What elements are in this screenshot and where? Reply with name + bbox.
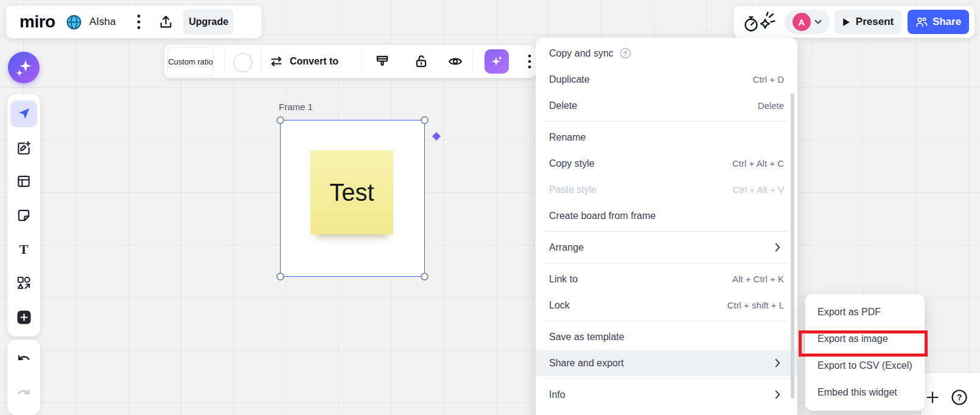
menu-item-create-board-from-frame[interactable]: Create board from frame bbox=[536, 203, 797, 229]
connector-handle[interactable] bbox=[432, 132, 441, 141]
resize-handle-sw[interactable] bbox=[276, 273, 284, 281]
submenu-item-embed-this-widget[interactable]: Embed this widget bbox=[805, 379, 925, 406]
color-swatch-button[interactable] bbox=[233, 53, 253, 72]
submenu-item-export-as-pdf[interactable]: Export as PDF bbox=[805, 299, 925, 326]
menu-item-share-and-export[interactable]: Share and export bbox=[536, 350, 797, 376]
resize-handle-nw[interactable] bbox=[276, 116, 284, 124]
ai-sparkle-button[interactable] bbox=[485, 49, 509, 74]
share-label: Share bbox=[933, 16, 961, 28]
menu-item-link-to[interactable]: Link to Alt + Ctrl + K bbox=[536, 266, 797, 292]
upgrade-button[interactable]: Upgrade bbox=[183, 9, 234, 35]
board-title[interactable]: AIsha bbox=[89, 16, 116, 28]
tool-templates[interactable] bbox=[10, 134, 37, 161]
export-board-icon[interactable] bbox=[158, 15, 173, 30]
menu-divider bbox=[544, 231, 789, 232]
menu-item-info[interactable]: Info bbox=[536, 382, 797, 408]
menu-item-arrange[interactable]: Arrange bbox=[536, 234, 797, 260]
tool-more[interactable] bbox=[10, 304, 37, 330]
menu-item-label: Arrange bbox=[549, 242, 584, 253]
menu-item-label: Copy and sync bbox=[549, 48, 614, 59]
resize-handle-se[interactable] bbox=[421, 273, 429, 281]
chevron-right-icon bbox=[775, 243, 780, 252]
sticky-note-text: Test bbox=[329, 179, 374, 206]
paint-style-icon[interactable] bbox=[374, 54, 390, 72]
hide-eye-icon[interactable] bbox=[447, 54, 463, 72]
menu-item-label: Paste style bbox=[549, 184, 597, 195]
present-label: Present bbox=[856, 16, 894, 28]
menu-item-paste-style: Paste style Ctrl + Alt + V bbox=[536, 176, 797, 203]
menu-item-rename[interactable]: Rename bbox=[536, 124, 797, 150]
convert-to-label: Convert to bbox=[290, 56, 338, 67]
svg-text:T: T bbox=[19, 242, 29, 257]
tool-select[interactable] bbox=[10, 100, 37, 127]
tool-text[interactable]: T bbox=[10, 236, 37, 263]
divider bbox=[261, 50, 261, 73]
menu-item-shortcut: Ctrl + Alt + C bbox=[732, 158, 784, 169]
toolbar-kebab-icon[interactable] bbox=[528, 54, 531, 71]
menu-item-label: Link to bbox=[549, 274, 578, 285]
submenu-item-label: Export as image bbox=[817, 333, 888, 344]
tool-sticky-note[interactable] bbox=[10, 202, 37, 229]
people-icon bbox=[915, 16, 928, 27]
undo-button[interactable] bbox=[10, 347, 37, 374]
chevron-down-icon bbox=[814, 19, 822, 24]
tool-frames[interactable] bbox=[10, 168, 37, 195]
frame-title[interactable]: Frame 1 bbox=[279, 102, 313, 112]
ai-assistant-button[interactable] bbox=[8, 52, 40, 83]
divider bbox=[472, 50, 473, 73]
menu-item-lock[interactable]: Lock Ctrl + shift + L bbox=[536, 292, 797, 318]
menu-item-duplicate[interactable]: Duplicate Ctrl + D bbox=[536, 66, 797, 92]
menu-item-label: Rename bbox=[549, 132, 586, 143]
sparkle-icon bbox=[14, 58, 33, 77]
menu-item-label: Lock bbox=[549, 300, 570, 311]
avatar: A bbox=[793, 13, 811, 31]
unlock-icon[interactable] bbox=[413, 54, 429, 72]
circled-arrow-up-icon bbox=[620, 47, 631, 59]
frame-context-menu: Copy and sync Duplicate Ctrl + D Delete … bbox=[536, 38, 797, 415]
question-mark-icon[interactable]: ? bbox=[951, 389, 968, 406]
menu-item-delete[interactable]: Delete Delete bbox=[536, 92, 797, 119]
play-icon bbox=[842, 18, 850, 27]
submenu-item-label: Export to CSV (Excel) bbox=[817, 360, 912, 371]
submenu-item-export-to-csv[interactable]: Export to CSV (Excel) bbox=[805, 352, 925, 379]
menu-item-label: Save as template bbox=[549, 332, 625, 343]
resize-handle-ne[interactable] bbox=[421, 116, 429, 124]
bottom-right-toolbar: ? bbox=[921, 373, 980, 415]
menu-item-copy-and-sync[interactable]: Copy and sync bbox=[536, 40, 797, 66]
tool-sidebar: T bbox=[7, 94, 40, 337]
svg-text:?: ? bbox=[957, 392, 962, 402]
tool-shapes[interactable] bbox=[10, 270, 37, 296]
redo-button[interactable] bbox=[10, 381, 37, 408]
menu-item-shortcut: Ctrl + D bbox=[753, 74, 784, 85]
menu-item-shortcut: Alt + Ctrl + K bbox=[732, 274, 784, 284]
menu-item-copy-style[interactable]: Copy style Ctrl + Alt + C bbox=[536, 150, 797, 176]
menu-divider bbox=[544, 121, 789, 122]
miro-logo: miro bbox=[19, 12, 55, 32]
sticky-note[interactable]: Test bbox=[310, 150, 393, 234]
menu-item-save-as-template[interactable]: Save as template bbox=[536, 324, 797, 350]
plus-icon[interactable] bbox=[925, 390, 940, 405]
present-button[interactable]: Present bbox=[835, 10, 901, 34]
menu-item-label: Info bbox=[549, 389, 565, 400]
kebab-menu-icon[interactable] bbox=[137, 14, 141, 30]
menu-item-label: Delete bbox=[549, 100, 577, 111]
menu-divider bbox=[544, 321, 789, 321]
share-button[interactable]: Share bbox=[908, 10, 969, 34]
submenu-item-export-as-image[interactable]: Export as image bbox=[805, 326, 925, 352]
menu-item-shortcut: Ctrl + shift + L bbox=[727, 300, 784, 310]
account-menu[interactable]: A bbox=[785, 10, 830, 34]
menu-item-label: Share and export bbox=[549, 358, 624, 369]
frame-ratio-button[interactable]: Custom ratio bbox=[167, 47, 214, 77]
miro-board-canvas[interactable]: miro AIsha Upgrade A Pr bbox=[0, 0, 980, 415]
divider bbox=[224, 50, 225, 73]
menu-item-label: Create board from frame bbox=[549, 211, 656, 221]
divider bbox=[361, 50, 362, 73]
chevron-right-icon bbox=[775, 390, 780, 399]
menu-scrollbar[interactable] bbox=[791, 93, 794, 399]
convert-to-button[interactable]: Convert to bbox=[269, 45, 338, 78]
stopwatch-doodle-icon[interactable] bbox=[743, 10, 776, 34]
app-header-right: A Present Share bbox=[733, 6, 975, 38]
menu-item-label: Copy style bbox=[549, 158, 595, 169]
swap-arrows-icon bbox=[269, 54, 284, 69]
frame-context-toolbar: Custom ratio Convert to bbox=[164, 45, 536, 78]
